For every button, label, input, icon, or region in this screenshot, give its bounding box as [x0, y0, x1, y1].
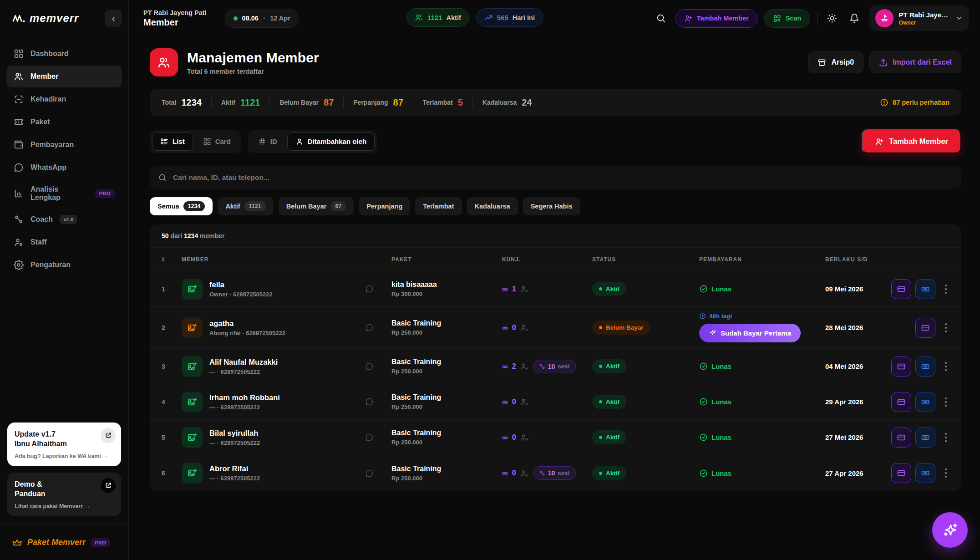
filter-chip[interactable]: Belum Bayar 67 [279, 197, 354, 215]
payment-cell: 46h lagi Sudah Bayar Pertama [699, 313, 825, 342]
member-identity: Bilal syirullah — · 628972505222 [209, 429, 260, 446]
comment-bubble-icon[interactable] [365, 468, 374, 478]
sidebar-item-whatsapp[interactable]: WhatsApp [6, 157, 122, 178]
table-row[interactable]: 4 Irham moh Robbani — · 628972505222 [150, 384, 961, 420]
sidebar-item-label: Staff [30, 238, 47, 246]
sidebar-item-label: Paket [30, 118, 50, 126]
tab-added-by[interactable]: Ditambahkan oleh [287, 132, 375, 151]
add-member-button[interactable]: Tambah Member [862, 129, 961, 153]
sidebar-collapse-button[interactable]: ‹ [105, 10, 122, 27]
member-card-button[interactable] [891, 463, 911, 483]
paket-price: Rp 300.000 [391, 290, 502, 297]
payment-cash-button[interactable] [915, 279, 935, 299]
filter-chip[interactable]: Semua 1234 [150, 197, 213, 215]
theme-toggle-button[interactable] [824, 10, 840, 26]
payment-paid: Lunas [699, 362, 825, 371]
payment-paid: Lunas [699, 433, 825, 442]
archive-label: Arsip0 [831, 58, 854, 66]
row-menu-button[interactable] [942, 282, 950, 296]
payment-cell: Lunas [699, 285, 825, 293]
sidebar-item-analisis[interactable]: Analisis Lengkap PRO [6, 179, 122, 208]
payment-cash-button[interactable] [915, 356, 935, 377]
today-visits-pill[interactable]: 565 Hari Ini [476, 8, 543, 27]
payment-cash-button[interactable] [915, 463, 935, 483]
payment-label: Lunas [711, 398, 731, 406]
table-row[interactable]: 3 Alif Naufal Muzakki — · 628972505222 [150, 349, 961, 384]
table-row[interactable]: 6 Abror Rifai — · 628972505222 [150, 455, 961, 491]
stat-value: 87 [324, 97, 334, 108]
table-row[interactable]: 5 Bilal syirullah — · 628972505222 [150, 420, 961, 455]
kunjungan-cell: ∞ 0 [502, 433, 592, 442]
scan-face-icon [14, 94, 24, 104]
notifications-button[interactable] [847, 10, 862, 26]
topbar-quick-stats: 1121 Aktif 565 Hari Ini [406, 8, 543, 27]
sesi-badge: 10 sesi [533, 466, 576, 480]
sidebar-item-pengaturan[interactable]: Pengaturan [6, 254, 122, 276]
row-menu-button[interactable] [942, 430, 950, 445]
sesi-count: 10 [548, 363, 555, 370]
members-page-icon [150, 48, 178, 76]
sidebar-item-kehadiran[interactable]: Kehadiran [6, 88, 122, 110]
external-link-icon[interactable] [101, 478, 116, 493]
comment-bubble-icon[interactable] [365, 284, 374, 294]
active-members-pill[interactable]: 1121 Aktif [406, 8, 469, 27]
filter-chip[interactable]: Terlambat [415, 197, 462, 215]
row-menu-button[interactable] [942, 359, 950, 374]
status-label: Aktif [606, 398, 619, 405]
table-row[interactable]: 2 agatha Abong rifai · 628972505222 [150, 307, 961, 349]
archive-button[interactable]: Arsip0 [808, 51, 863, 73]
user-menu[interactable]: PT Rabi Jaye… Owner [869, 5, 969, 31]
filter-chip[interactable]: Aktif 1121 [218, 197, 273, 215]
filter-chips: Semua 1234 Aktif 1121 Belum Bayar 67 [150, 197, 961, 215]
sidebar-item-coach[interactable]: Coach v1.0 [6, 209, 122, 230]
filter-chip[interactable]: Kadaluarsa [467, 197, 518, 215]
update-card[interactable]: Update v1.7 Ibnu Alhaitham Ada bug? Lapo… [7, 423, 121, 466]
row-menu-button[interactable] [942, 395, 950, 409]
comment-bubble-icon[interactable] [365, 323, 374, 332]
comment-bubble-icon[interactable] [365, 433, 374, 442]
external-link-icon[interactable] [101, 428, 116, 443]
search-input[interactable] [173, 173, 953, 182]
member-avatar-icon [182, 356, 203, 377]
import-excel-button[interactable]: Import dari Excel [869, 51, 961, 73]
member-card-button[interactable] [891, 392, 911, 412]
demo-card[interactable]: Demo & Panduan Lihat cara pakai Memverr … [7, 473, 121, 516]
ai-assistant-fab[interactable] [932, 512, 968, 548]
sidebar-item-member[interactable]: Member [6, 66, 122, 87]
member-card-button[interactable] [915, 318, 935, 338]
filter-chip[interactable]: Segera Habis [523, 197, 580, 215]
update-card-subtitle: Ada bug? Laporkan ke WA kami → [15, 453, 114, 459]
row-menu-button[interactable] [942, 321, 950, 335]
row-menu-button[interactable] [942, 466, 950, 480]
mark-paid-button[interactable]: Sudah Bayar Pertama [699, 324, 801, 342]
sidebar-item-pembayaran[interactable]: Pembayaran [6, 134, 122, 156]
tab-list-view[interactable]: List [152, 132, 193, 151]
scan-button[interactable]: Scan [764, 9, 810, 28]
members-table-panel: 50 dari 1234 member # MEMBER PAKET KUNJ.… [150, 224, 961, 491]
filter-chip-label: Perpanjang [366, 203, 402, 210]
member-card-button[interactable] [891, 356, 911, 377]
comment-bubble-icon[interactable] [365, 361, 374, 371]
sidebar-item-dashboard[interactable]: Dashboard [6, 43, 122, 65]
paket-price: Rp 250.000 [391, 329, 502, 336]
search-button[interactable] [653, 10, 669, 26]
member-identity: agatha Abong rifai · 628972505222 [209, 319, 285, 336]
member-card-button[interactable] [891, 279, 911, 299]
payment-cash-button[interactable] [915, 392, 935, 412]
status-dot [599, 365, 602, 368]
clock-icon [699, 313, 706, 320]
tab-id-sort[interactable]: ID [250, 132, 285, 151]
tab-card-view[interactable]: Card [195, 132, 239, 151]
plan-footer[interactable]: Paket Memverr PRO [0, 524, 128, 560]
status-badge: Aktif [592, 395, 626, 409]
comment-bubble-icon[interactable] [365, 397, 374, 407]
attention-label: 87 perlu perhatian [893, 99, 950, 106]
sidebar-item-staff[interactable]: Staff [6, 231, 122, 253]
member-avatar-icon [182, 317, 203, 338]
sidebar-item-paket[interactable]: Paket [6, 111, 122, 133]
table-row[interactable]: 1 feila Owner · 628972505222 [150, 271, 961, 307]
filter-chip[interactable]: Perpanjang [359, 197, 410, 215]
payment-cash-button[interactable] [915, 428, 935, 448]
add-member-topbar-button[interactable]: Tambah Member [675, 9, 757, 28]
member-card-button[interactable] [891, 428, 911, 448]
